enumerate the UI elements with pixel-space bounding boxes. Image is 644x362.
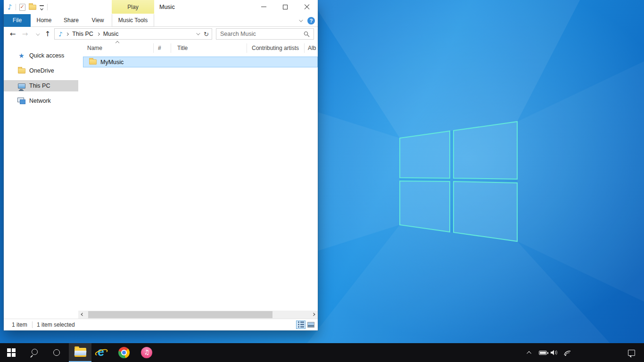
- maximize-button[interactable]: [274, 0, 296, 14]
- music-note-icon: ♪: [58, 31, 62, 37]
- sidebar-item-onedrive[interactable]: OneDrive: [4, 65, 78, 76]
- internet-explorer-icon: e: [95, 346, 107, 359]
- sidebar-item-this-pc[interactable]: This PC: [4, 80, 78, 91]
- item-count: 1 item: [12, 321, 27, 328]
- breadcrumb-chevron-icon[interactable]: [97, 32, 100, 35]
- taskbar-internet-explorer-button[interactable]: e: [90, 343, 113, 362]
- column-divider[interactable]: [153, 43, 154, 53]
- new-folder-icon[interactable]: [29, 5, 36, 10]
- column-header-contributing-artists[interactable]: Contributing artists: [252, 45, 299, 51]
- up-button[interactable]: ↑: [42, 27, 53, 41]
- ribbon-collapse-chevron-icon[interactable]: [299, 18, 303, 22]
- search-icon: [30, 348, 38, 357]
- recent-locations-chevron-icon[interactable]: [36, 32, 40, 35]
- search-input[interactable]: [220, 29, 300, 39]
- customize-toolbar-dropdown-icon[interactable]: [40, 5, 44, 9]
- tab-music-tools[interactable]: Music Tools: [112, 14, 154, 27]
- breadcrumb-this-pc[interactable]: This PC: [72, 31, 93, 37]
- action-center-icon: [628, 350, 635, 356]
- sidebar-item-label: This PC: [29, 82, 50, 89]
- sidebar-item-label: Quick access: [29, 52, 64, 59]
- help-icon[interactable]: ?: [307, 17, 315, 25]
- battery-status-button[interactable]: [537, 343, 548, 362]
- ribbon-tab-row: File Home Share View Music Tools ?: [4, 14, 318, 27]
- taskbar-itunes-button[interactable]: ♫: [135, 343, 158, 362]
- large-icons-view-icon: [307, 322, 314, 328]
- file-row-mymusic[interactable]: MyMusic: [83, 57, 318, 67]
- minimize-icon: [261, 7, 266, 7]
- column-headers: Name # Title Contributing artists Alb: [78, 42, 318, 54]
- search-box[interactable]: [216, 28, 314, 40]
- column-divider[interactable]: [247, 43, 247, 53]
- chevron-up-icon: [527, 351, 531, 355]
- search-icon[interactable]: [304, 31, 310, 37]
- folder-icon: [89, 59, 97, 65]
- back-button[interactable]: ←: [8, 27, 18, 41]
- folder-icon: [18, 68, 25, 74]
- divider: [47, 4, 48, 10]
- network-button[interactable]: [562, 343, 572, 362]
- column-header-number[interactable]: #: [158, 45, 161, 51]
- refresh-icon[interactable]: ↻: [204, 31, 209, 37]
- itunes-icon: ♫: [141, 347, 152, 358]
- column-header-album[interactable]: Alb: [308, 45, 316, 51]
- volume-button[interactable]: [549, 343, 559, 362]
- window-body: ★ Quick access OneDrive This PC Network: [4, 41, 318, 311]
- file-list-pane: Name # Title Contributing artists Alb My…: [78, 41, 318, 311]
- column-header-name[interactable]: Name: [87, 45, 102, 51]
- sidebar-item-label: OneDrive: [29, 67, 54, 74]
- taskbar-search-button[interactable]: [23, 343, 45, 362]
- window-title: Music: [159, 0, 175, 14]
- large-icons-view-button[interactable]: [306, 321, 315, 329]
- cortana-button[interactable]: [45, 343, 68, 362]
- navigation-bar: ← → ↑ ♪ This PC Music ↻: [4, 27, 318, 41]
- speaker-icon: [550, 349, 558, 356]
- close-icon: [304, 4, 310, 10]
- desktop: ♪ Play Music File Home Share View Music …: [0, 0, 644, 362]
- navigation-pane: ★ Quick access OneDrive This PC Network: [4, 41, 78, 311]
- wifi-icon: [563, 349, 571, 356]
- contextual-tab-badge-play[interactable]: Play: [112, 0, 154, 14]
- scrollbar-thumb[interactable]: [88, 311, 272, 318]
- sidebar-item-quick-access[interactable]: ★ Quick access: [4, 50, 78, 61]
- close-button[interactable]: [296, 0, 318, 14]
- horizontal-scrollbar[interactable]: [78, 311, 318, 319]
- address-dropdown-chevron-icon[interactable]: [196, 31, 200, 35]
- sidebar-item-network[interactable]: Network: [4, 95, 78, 107]
- forward-button[interactable]: →: [20, 27, 30, 41]
- network-icon: [17, 98, 25, 104]
- divider: [16, 4, 16, 10]
- title-bar: ♪ Play Music: [4, 0, 318, 14]
- star-icon: ★: [18, 52, 25, 59]
- taskbar-file-explorer-button[interactable]: [69, 343, 91, 362]
- selection-count: 1 item selected: [37, 321, 75, 328]
- tab-view[interactable]: View: [85, 14, 111, 27]
- sidebar-item-label: Network: [29, 98, 51, 104]
- details-view-button[interactable]: [296, 321, 305, 329]
- tab-home[interactable]: Home: [31, 14, 58, 27]
- file-name: MyMusic: [100, 59, 124, 66]
- cortana-icon: [53, 349, 60, 356]
- start-button[interactable]: [0, 343, 23, 362]
- column-divider[interactable]: [304, 43, 305, 53]
- address-bar[interactable]: ♪ This PC Music ↻: [54, 28, 212, 40]
- hidden-icons-button[interactable]: [524, 343, 535, 362]
- scroll-right-arrow-icon[interactable]: [312, 313, 315, 316]
- monitor-icon: [18, 83, 25, 89]
- taskbar-chrome-button[interactable]: [113, 343, 135, 362]
- taskbar: e ♫: [0, 343, 644, 362]
- column-header-title[interactable]: Title: [177, 45, 188, 51]
- breadcrumb-music[interactable]: Music: [103, 31, 119, 37]
- properties-check-icon[interactable]: [19, 4, 25, 11]
- breadcrumb-chevron-icon[interactable]: [66, 32, 69, 35]
- minimize-button[interactable]: [253, 0, 274, 14]
- scroll-left-arrow-icon[interactable]: [81, 313, 84, 316]
- action-center-button[interactable]: [626, 343, 636, 362]
- tab-share[interactable]: Share: [58, 14, 85, 27]
- column-divider[interactable]: [171, 43, 171, 53]
- tab-file[interactable]: File: [4, 14, 31, 27]
- file-explorer-icon: [74, 348, 86, 357]
- file-explorer-window: ♪ Play Music File Home Share View Music …: [4, 0, 318, 330]
- windows-logo-icon: [7, 348, 16, 357]
- music-note-icon: ♪: [8, 4, 12, 11]
